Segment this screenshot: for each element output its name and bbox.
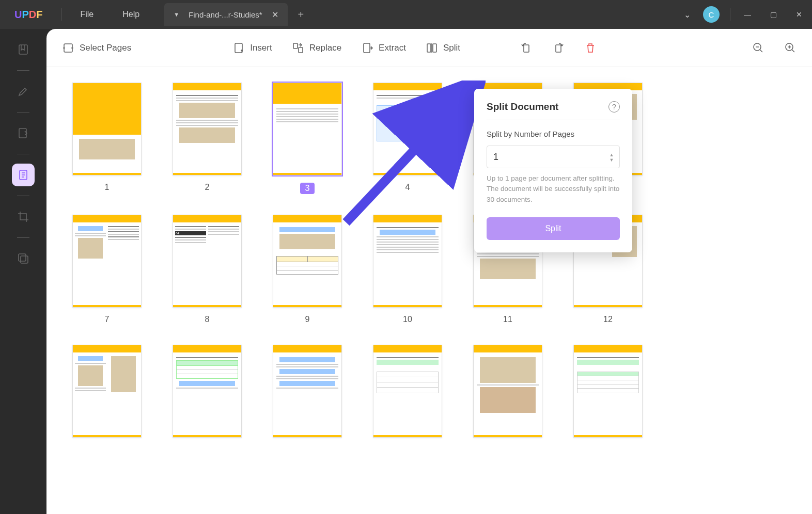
select-pages-button[interactable]: Select Pages: [62, 42, 131, 54]
page-thumbnail[interactable]: [373, 345, 442, 438]
page-number: 8: [205, 315, 210, 324]
svg-rect-7: [21, 256, 28, 263]
page-thumbnail[interactable]: [573, 345, 643, 438]
page-number: 10: [403, 315, 412, 324]
split-button[interactable]: Split: [426, 42, 460, 54]
maximize-button[interactable]: ▢: [760, 0, 786, 29]
delete-button[interactable]: [584, 42, 597, 54]
crop-icon[interactable]: [12, 205, 35, 228]
svg-rect-10: [293, 43, 298, 49]
minimize-button[interactable]: —: [735, 0, 760, 29]
document-tab[interactable]: ▼ Find-and-...r-Studies* ✕: [164, 3, 287, 26]
page-number: 9: [305, 315, 310, 324]
stepper-down-icon[interactable]: ▼: [607, 157, 616, 162]
page-number: 2: [205, 183, 210, 192]
svg-rect-11: [299, 47, 303, 53]
page-thumbnail[interactable]: [373, 215, 442, 308]
toolbar: Select Pages Insert Replace Extract Spli…: [46, 29, 812, 67]
rotate-left-button[interactable]: [520, 42, 533, 54]
highlight-icon[interactable]: [12, 80, 35, 103]
page-number: 1: [105, 183, 110, 192]
edit-icon[interactable]: [12, 122, 35, 144]
page-thumbnail[interactable]: [173, 345, 242, 438]
stepper-up-icon[interactable]: ▲: [607, 152, 616, 156]
bookmarks-icon[interactable]: [12, 38, 35, 61]
panel-title: Split Document: [487, 101, 558, 113]
svg-rect-6: [19, 254, 26, 261]
insert-button[interactable]: Insert: [232, 42, 272, 54]
svg-rect-13: [427, 44, 431, 52]
zoom-out-button[interactable]: [752, 42, 764, 54]
page-thumbnail[interactable]: [373, 83, 442, 175]
page-number: 4: [405, 183, 410, 192]
svg-rect-1: [19, 128, 26, 138]
zoom-in-button[interactable]: [784, 42, 797, 54]
page-number: 11: [503, 315, 512, 324]
menu-file[interactable]: File: [66, 10, 108, 19]
svg-rect-16: [524, 45, 529, 52]
page-thumbnail[interactable]: [473, 345, 542, 438]
split-document-panel: Split Document ? Split by Number of Page…: [474, 89, 632, 252]
svg-rect-8: [64, 44, 72, 52]
chevron-down-icon[interactable]: ⌄: [678, 10, 697, 20]
page-thumbnails: 1 2 3 4 5 6 7 048 9 10 11 12: [46, 67, 812, 514]
tab-close-icon[interactable]: ✕: [272, 10, 278, 20]
svg-rect-12: [364, 43, 370, 53]
close-button[interactable]: ✕: [786, 0, 812, 29]
page-thumbnail[interactable]: [173, 83, 242, 175]
page-number: 12: [603, 315, 613, 324]
replace-button[interactable]: Replace: [292, 42, 341, 54]
svg-rect-17: [556, 45, 561, 52]
page-thumbnail[interactable]: [72, 345, 142, 438]
page-thumbnail[interactable]: 04: [173, 215, 242, 308]
page-number: 3: [300, 183, 315, 194]
app-logo: UPDF: [0, 9, 57, 21]
split-by-label: Split by Number of Pages: [487, 130, 620, 138]
page-thumbnail[interactable]: [72, 215, 142, 308]
page-thumbnail[interactable]: [72, 83, 142, 175]
tab-label: Find-and-...r-Studies*: [189, 10, 262, 19]
new-tab-button[interactable]: +: [288, 9, 315, 21]
layers-icon[interactable]: [12, 247, 35, 270]
split-hint-text: Up to 1 page per document after splittin…: [487, 173, 620, 205]
split-confirm-button[interactable]: Split: [487, 217, 620, 240]
svg-rect-9: [235, 43, 242, 53]
help-icon[interactable]: ?: [608, 101, 620, 113]
pages-icon[interactable]: [12, 164, 35, 186]
user-avatar[interactable]: C: [703, 6, 720, 23]
rotate-right-button[interactable]: [552, 42, 565, 54]
page-thumbnail[interactable]: [273, 83, 342, 175]
tab-dropdown-icon[interactable]: ▼: [174, 11, 179, 18]
extract-button[interactable]: Extract: [361, 42, 406, 54]
main-content: Select Pages Insert Replace Extract Spli…: [46, 29, 812, 514]
page-thumbnail[interactable]: [273, 345, 342, 438]
left-sidebar: [0, 29, 46, 514]
menu-help[interactable]: Help: [108, 10, 154, 19]
pages-count-input[interactable]: 1 ▲ ▼: [487, 146, 620, 168]
page-thumbnail[interactable]: [273, 215, 342, 308]
titlebar: UPDF File Help ▼ Find-and-...r-Studies* …: [0, 0, 812, 29]
page-number: 7: [105, 315, 110, 324]
svg-rect-14: [433, 44, 436, 52]
